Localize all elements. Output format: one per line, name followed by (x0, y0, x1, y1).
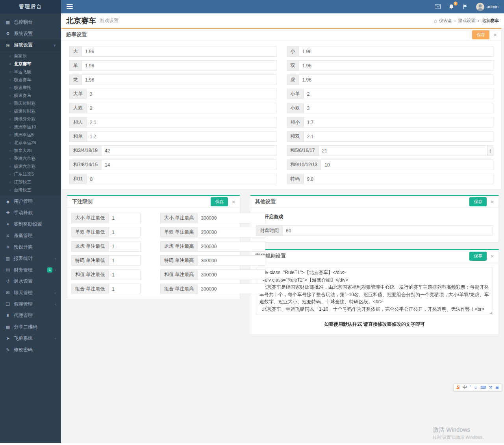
close-icon[interactable]: × (491, 199, 494, 204)
sidebar-item-game-settings[interactable]: ◎ 游戏设置 ∨ (0, 39, 61, 51)
breadcrumb-item[interactable]: 游戏设置 (452, 18, 476, 24)
ime-tool-icon[interactable]: ⌨ (480, 385, 486, 389)
odds-input[interactable] (299, 46, 494, 57)
sidebar-item[interactable]: ✚ 手动补款 (0, 207, 61, 219)
odds-input[interactable] (319, 145, 493, 156)
panel-title: 下注限制 (72, 198, 93, 205)
sidebar-subitem[interactable]: ○ 腾讯分分彩 (0, 115, 61, 123)
odds-input[interactable] (86, 89, 276, 99)
odds-input[interactable] (304, 174, 494, 184)
odds-input[interactable] (82, 74, 276, 85)
odds-input[interactable] (101, 159, 276, 170)
limit-min-input[interactable] (108, 213, 141, 223)
odds-input[interactable] (86, 103, 276, 113)
limit-min-input[interactable] (108, 284, 141, 294)
sidebar-item[interactable]: ✎ 修改密码 (0, 344, 61, 356)
sidebar-item[interactable]: ▥ 报表统计 ‹ (0, 253, 61, 264)
sidebar-subitem[interactable]: ○ 百家乐 (0, 52, 61, 60)
ime-logo-icon[interactable]: S (456, 384, 460, 390)
ime-tool-icon[interactable]: 中 (463, 384, 467, 390)
sidebar-item[interactable]: ♜ 代理管理 (0, 310, 61, 321)
ime-tool-icon[interactable]: ” (470, 385, 471, 389)
home-icon: ⌂ (434, 18, 437, 24)
save-button[interactable]: 保存 (469, 252, 487, 261)
breadcrumb-item[interactable]: 北京赛车 (475, 18, 499, 24)
odds-input[interactable] (304, 131, 494, 142)
limit-min-input[interactable] (108, 227, 141, 237)
sidebar-item-label: 签到奖励设置 (14, 221, 42, 228)
save-button[interactable]: 保存 (472, 30, 489, 39)
sidebar-item[interactable]: ▤ 财务管理 1 ‹ (0, 264, 61, 276)
sidebar-subitem[interactable]: ○ 幸运飞艇 (0, 68, 61, 76)
odds-input[interactable] (86, 174, 276, 184)
odds-input[interactable] (304, 117, 494, 128)
sidebar-subitem[interactable]: ○ 极速赛马 (0, 91, 61, 99)
lottery-rules-panel: 彩种规则设置 保存 × <div class="RuleT1">【北京赛车】</… (250, 249, 499, 334)
rules-textarea[interactable]: <div class="RuleT1">【北京赛车】</div> <div cl… (256, 267, 493, 315)
odds-input[interactable] (321, 159, 493, 170)
limit-min-input[interactable] (108, 241, 141, 252)
sidebar-subitem[interactable]: ○ 极速六合彩 (0, 162, 61, 170)
sidebar-subitem[interactable]: ○ 北京赛车 (0, 60, 61, 68)
odds-input[interactable] (299, 60, 494, 71)
sidebar-item[interactable]: ▩ 分享二维码 (0, 321, 61, 333)
sidebar-subitem[interactable]: ○ 加拿大28 (0, 146, 61, 154)
close-icon[interactable]: × (493, 32, 497, 37)
sidebar-subitem[interactable]: ○ 台湾快三 (0, 186, 61, 194)
limit-max-input[interactable] (197, 227, 265, 237)
sidebar-subitem[interactable]: ○ 极速赛车 (0, 76, 61, 83)
sidebar-subitem[interactable]: ○ 极速时时彩 (0, 107, 61, 115)
breadcrumb-item[interactable]: 仪表盘 (439, 18, 452, 24)
sidebar-subitem[interactable]: ○ 广东11选5 (0, 170, 61, 178)
menu-toggle-button[interactable] (67, 4, 73, 9)
sidebar-subitem[interactable]: ○ 重庆时时彩 (0, 99, 61, 107)
sidebar-subitem[interactable]: ○ 香港六合彩 (0, 154, 61, 162)
limit-max-input[interactable] (197, 213, 265, 223)
odds-input[interactable] (86, 117, 276, 128)
sidebar-item[interactable]: ✉ 聊天管理 ‹ (0, 287, 61, 299)
limit-row: 组合 单注最高 (160, 284, 265, 294)
sidebar-subitem[interactable]: ○ 北京幸运28 (0, 139, 61, 146)
enable-game-checkbox[interactable]: ✓ 开启游戏 (256, 213, 493, 220)
sidebar-item[interactable]: ❏ 假聊管理 ‹ (0, 299, 61, 310)
sidebar-subitem[interactable]: ○ 江苏快三 (0, 178, 61, 186)
flag-icon[interactable] (462, 4, 468, 10)
odds-input[interactable] (304, 103, 494, 113)
ime-toolbar[interactable]: S 中”☺⌨⚒▣ (453, 384, 502, 391)
limit-max-input[interactable] (197, 255, 265, 266)
ime-tool-icon[interactable]: ▣ (495, 385, 499, 389)
save-button[interactable]: 保存 (469, 197, 487, 206)
odds-input[interactable] (82, 46, 276, 57)
messages-icon[interactable] (435, 4, 441, 10)
save-button[interactable]: 保存 (211, 197, 228, 206)
sidebar-subitem[interactable]: ○ 澳洲幸运10 (0, 123, 61, 131)
limit-max-input[interactable] (197, 269, 265, 280)
sidebar-item[interactable]: ⚙ 系统设置 (0, 28, 61, 39)
close-icon[interactable]: × (232, 199, 235, 204)
sidebar-item[interactable]: ⚔ 杀赢管理 (0, 230, 61, 241)
notifications-icon[interactable]: 1 (448, 4, 454, 10)
sidebar-item[interactable]: ☻ 用户管理 (0, 196, 61, 207)
ime-tool-icon[interactable]: ☺ (474, 385, 478, 389)
user-menu[interactable]: admin (476, 3, 498, 11)
number-spinner-icon[interactable]: ▴▾ (487, 146, 493, 156)
limit-max-input[interactable] (197, 241, 265, 252)
sidebar-item[interactable]: ↺ 退水设置 (0, 276, 61, 287)
odds-input[interactable] (101, 145, 276, 156)
odds-input[interactable] (86, 131, 276, 142)
sidebar-subitem[interactable]: ○ 澳洲幸运5 (0, 131, 61, 139)
close-icon[interactable]: × (491, 254, 494, 259)
sidebar-item[interactable]: ✦ 签到奖励设置 (0, 219, 61, 230)
sidebar-item[interactable]: ▦ 总控制台 (0, 17, 61, 28)
sidebar-subitem[interactable]: ○ 极速摩托 (0, 83, 61, 91)
odds-input[interactable] (82, 60, 276, 71)
odds-input[interactable] (304, 89, 494, 99)
ime-tool-icon[interactable]: ⚒ (489, 385, 493, 389)
sidebar-item[interactable]: ➤ 飞单系统 ‹ (0, 333, 61, 344)
sidebar-item[interactable]: ✳ 预设开奖 (0, 241, 61, 253)
close-time-input[interactable] (282, 225, 493, 236)
odds-input[interactable] (299, 74, 494, 85)
limit-max-input[interactable] (197, 284, 265, 294)
limit-min-input[interactable] (108, 269, 141, 280)
limit-min-input[interactable] (108, 255, 141, 266)
